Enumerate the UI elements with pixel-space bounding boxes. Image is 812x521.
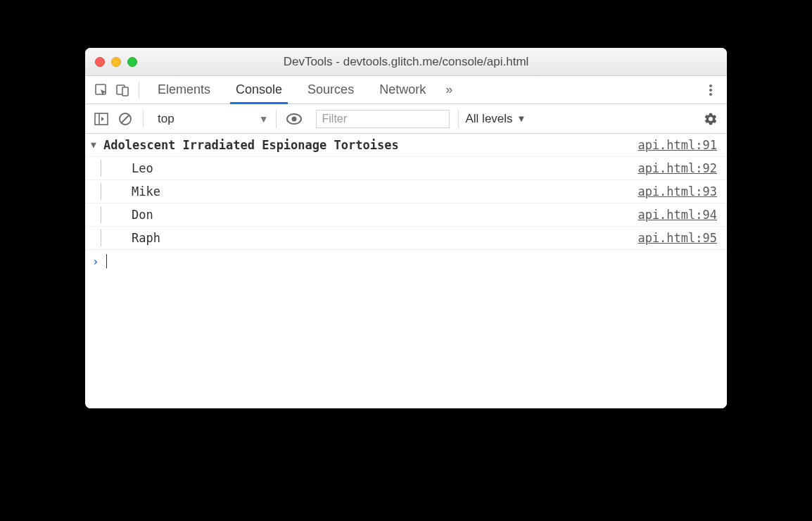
minimize-window-button[interactable]	[111, 57, 121, 67]
source-link[interactable]: api.html:94	[637, 206, 717, 223]
console-filter-input[interactable]	[316, 110, 450, 128]
message-text: Leo	[132, 160, 153, 177]
devtools-window: DevTools - devtools.glitch.me/console/ap…	[85, 48, 727, 408]
svg-point-3	[709, 84, 712, 87]
console-toolbar: top ▼ All levels ▼	[85, 104, 727, 134]
close-window-button[interactable]	[95, 57, 105, 67]
tree-indent	[101, 160, 115, 177]
console-message: Leo api.html:92	[85, 157, 727, 180]
console-message: Mike api.html:93	[85, 180, 727, 203]
chevron-down-icon: ▼	[517, 113, 526, 124]
tab-network[interactable]: Network	[367, 76, 438, 103]
tab-elements[interactable]: Elements	[145, 76, 223, 103]
zoom-window-button[interactable]	[127, 57, 137, 67]
kebab-menu-icon[interactable]	[700, 83, 721, 97]
message-text: Raph	[132, 230, 160, 246]
message-text: Mike	[132, 183, 160, 200]
svg-point-11	[291, 116, 296, 121]
clear-console-icon[interactable]	[115, 108, 136, 130]
tree-indent	[101, 183, 115, 200]
tab-console[interactable]: Console	[223, 76, 295, 103]
context-label: top	[158, 112, 175, 126]
device-toolbar-icon[interactable]	[112, 80, 133, 101]
message-text: Don	[132, 206, 153, 223]
console-settings-icon[interactable]	[700, 108, 721, 130]
source-link[interactable]: api.html:91	[637, 137, 717, 153]
traffic-lights	[95, 57, 137, 67]
group-title: Adolescent Irradiated Espionage Tortoise…	[103, 137, 399, 153]
tab-sources[interactable]: Sources	[295, 76, 367, 103]
console-group-header: ▼ Adolescent Irradiated Espionage Tortoi…	[85, 134, 727, 157]
window-titlebar: DevTools - devtools.glitch.me/console/ap…	[85, 48, 727, 76]
svg-line-9	[122, 115, 129, 123]
divider	[139, 82, 139, 99]
prompt-caret-icon: ›	[92, 255, 99, 268]
inspect-element-icon[interactable]	[91, 80, 112, 101]
console-message: Don api.html:94	[85, 203, 727, 227]
tree-indent	[101, 206, 115, 223]
tree-indent	[101, 230, 115, 246]
main-tabbar: Elements Console Sources Network »	[85, 76, 727, 104]
source-link[interactable]: api.html:92	[637, 160, 717, 177]
svg-point-4	[709, 89, 712, 92]
chevron-down-icon: ▼	[259, 113, 269, 125]
svg-point-5	[709, 93, 712, 96]
window-title: DevTools - devtools.glitch.me/console/ap…	[85, 55, 727, 69]
live-expression-icon[interactable]	[284, 108, 305, 130]
svg-rect-2	[122, 87, 128, 96]
group-toggle-icon[interactable]: ▼	[91, 137, 103, 153]
source-link[interactable]: api.html:95	[637, 230, 717, 246]
log-levels-selector[interactable]: All levels ▼	[458, 110, 526, 128]
console-message: Raph api.html:95	[85, 227, 727, 250]
more-tabs-button[interactable]: »	[438, 82, 459, 97]
source-link[interactable]: api.html:93	[637, 183, 717, 200]
levels-label: All levels	[466, 112, 513, 126]
text-cursor	[106, 254, 107, 268]
execution-context-selector[interactable]: top ▼	[151, 110, 277, 128]
console-prompt[interactable]: ›	[85, 250, 727, 272]
console-output: ▼ Adolescent Irradiated Espionage Tortoi…	[85, 134, 727, 408]
toggle-console-sidebar-icon[interactable]	[91, 108, 112, 130]
main-tabs: Elements Console Sources Network	[145, 76, 438, 103]
divider	[143, 111, 144, 127]
